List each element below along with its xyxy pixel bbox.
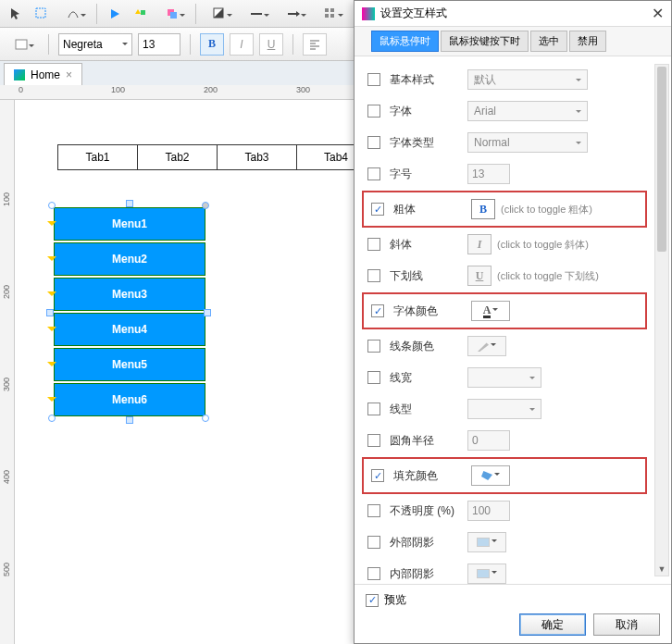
underline-toggle[interactable]: U (259, 33, 283, 56)
dialog-body: 基本样式 默认 字体 Arial 字体类型 Normal 字号 13 (355, 56, 671, 584)
app-logo-icon (362, 7, 375, 20)
scroll-thumb[interactable] (657, 67, 666, 252)
outer-shadow-picker[interactable] (467, 532, 506, 552)
menu-item[interactable]: Menu5 (54, 348, 205, 381)
checkbox[interactable] (367, 238, 380, 251)
row-line-type: 线型 (362, 393, 647, 425)
row-label: 圆角半径 (390, 433, 467, 449)
font-size-field[interactable]: 13 (467, 164, 510, 184)
tab-selected[interactable]: 选中 (530, 31, 567, 52)
chevron-down-icon (529, 377, 535, 382)
resize-handle[interactable] (202, 415, 209, 422)
checkbox[interactable] (371, 304, 384, 317)
grid-icon[interactable] (313, 2, 348, 26)
checkbox[interactable] (367, 269, 380, 282)
toolbar-divider (96, 4, 97, 24)
toolbar-divider (292, 34, 293, 55)
pointer-tool-icon[interactable] (4, 2, 28, 26)
preview-checkbox[interactable]: ✓ (366, 594, 379, 607)
cancel-button[interactable]: 取消 (593, 613, 660, 636)
pencil-icon (478, 341, 489, 352)
resize-handle[interactable] (204, 309, 211, 316)
arrange-icon[interactable] (155, 2, 190, 26)
line-color-picker[interactable] (467, 336, 506, 356)
checkbox[interactable] (367, 73, 380, 86)
bold-toggle-button[interactable]: B (471, 199, 495, 219)
font-color-picker[interactable]: A (471, 301, 510, 321)
line-type-select[interactable] (467, 399, 541, 419)
checkbox[interactable] (367, 504, 380, 517)
document-tab[interactable]: Home × (4, 63, 82, 85)
resize-handle[interactable] (46, 309, 54, 316)
checkbox[interactable] (367, 434, 380, 447)
anchor-icon (47, 256, 56, 266)
checkbox[interactable] (367, 567, 380, 580)
base-style-select[interactable]: 默认 (467, 69, 588, 90)
tab-cell[interactable]: Tab1 (57, 144, 137, 170)
menu-item[interactable]: Menu6 (54, 383, 205, 416)
bold-toggle[interactable]: B (200, 33, 224, 56)
svg-rect-0 (36, 8, 45, 18)
tab-mousedown[interactable]: 鼠标按键按下时 (441, 31, 529, 52)
resize-handle[interactable] (48, 415, 56, 422)
font-size-select[interactable]: 13 (138, 33, 180, 56)
menu-item[interactable]: Menu4 (54, 313, 205, 346)
widget-library-icon[interactable] (4, 32, 39, 56)
tabs-widget[interactable]: Tab1 Tab2 Tab3 Tab4 (57, 144, 376, 170)
font-type-select[interactable]: Normal (467, 132, 588, 153)
shapes-icon[interactable] (129, 2, 153, 26)
close-icon[interactable]: × (66, 68, 72, 81)
anchor-icon (47, 327, 56, 336)
radius-field[interactable]: 0 (467, 430, 510, 451)
linecap-icon[interactable] (276, 2, 311, 26)
checkbox[interactable] (367, 105, 380, 118)
font-select[interactable]: Arial (467, 101, 588, 121)
resize-handle[interactable] (126, 200, 133, 207)
svg-rect-5 (325, 8, 329, 12)
resize-handle[interactable] (126, 416, 133, 424)
italic-toggle-button[interactable]: I (467, 234, 492, 254)
font-family-value: Negreta (63, 38, 103, 51)
chevron-down-icon (492, 571, 497, 576)
scrollbar[interactable]: ▲ ▼ (654, 64, 669, 576)
italic-toggle[interactable]: I (230, 33, 254, 56)
line-style-icon[interactable] (239, 2, 274, 26)
inner-shadow-picker[interactable] (467, 564, 506, 584)
checkbox[interactable] (371, 469, 384, 482)
checkbox[interactable] (367, 167, 380, 180)
tab-cell[interactable]: Tab2 (137, 144, 217, 170)
scroll-down-icon[interactable]: ▼ (655, 563, 668, 576)
menu-item[interactable]: Menu3 (54, 278, 205, 311)
select-rect-icon[interactable] (30, 2, 54, 26)
chevron-down-icon (576, 110, 581, 116)
checkbox[interactable] (367, 536, 380, 549)
line-width-select[interactable] (467, 367, 541, 388)
checkbox[interactable] (367, 136, 380, 149)
opacity-field[interactable]: 100 (467, 501, 510, 521)
swatch-icon (477, 538, 490, 547)
dialog-titlebar[interactable]: 设置交互样式 ✕ (355, 1, 671, 27)
checkbox[interactable] (367, 371, 380, 384)
checkbox[interactable] (371, 203, 384, 216)
tab-hover[interactable]: 鼠标悬停时 (371, 31, 439, 52)
underline-toggle-button[interactable]: U (467, 266, 492, 286)
font-family-select[interactable]: Negreta (58, 33, 132, 56)
fill-style-icon[interactable] (202, 2, 237, 26)
menu-item[interactable]: Menu2 (54, 242, 205, 276)
checkbox[interactable] (367, 340, 380, 353)
checkbox[interactable] (367, 402, 380, 415)
rotate-handle[interactable] (202, 202, 209, 209)
connector-tool-icon[interactable] (56, 2, 91, 26)
ok-button[interactable]: 确定 (519, 613, 586, 636)
row-label: 填充颜色 (393, 468, 471, 484)
fill-color-picker[interactable] (471, 465, 510, 486)
play-icon[interactable] (103, 2, 127, 26)
dialog-title: 设置交互样式 (380, 6, 646, 21)
tab-cell[interactable]: Tab3 (217, 144, 296, 170)
menu-widget-group[interactable]: Menu1 Menu2 Menu3 Menu4 Menu5 Menu6 (54, 207, 205, 418)
align-left-toggle[interactable] (303, 33, 327, 56)
close-icon[interactable]: ✕ (652, 5, 664, 22)
resize-handle[interactable] (48, 202, 56, 209)
menu-item[interactable]: Menu1 (54, 207, 205, 241)
tab-disabled[interactable]: 禁用 (569, 31, 606, 52)
